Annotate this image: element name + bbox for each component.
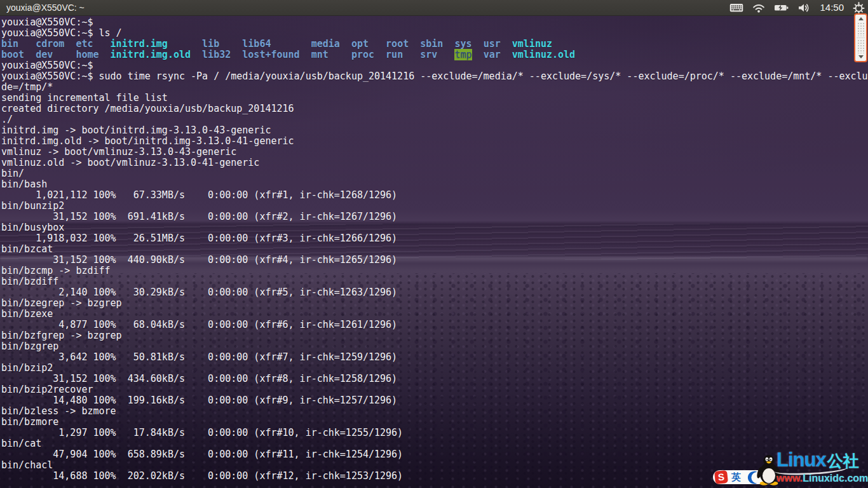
terminal-text-segment	[219, 38, 242, 50]
terminal-text-segment: opt	[351, 38, 369, 50]
terminal-line: youxia@X550VC:~$ sudo time rsync -Pa / /…	[1, 71, 868, 82]
terminal-text-segment: etc	[76, 38, 93, 50]
terminal-line: bin/bzip2recover	[1, 384, 868, 395]
wifi-icon[interactable]	[752, 0, 766, 15]
terminal-line: 1,918,032 100% 26.51MB/s 0:00:00 (xfr#3,…	[1, 233, 868, 244]
terminal-text-segment	[501, 49, 512, 60]
terminal-text-segment: dev	[36, 49, 53, 60]
terminal-line: bin/bzcat	[1, 244, 868, 255]
terminal-text-segment: vmlinuz.old	[512, 49, 575, 60]
terminal-line: vmlinuz -> boot/vmlinuz-3.13.0-43-generi…	[1, 147, 868, 158]
terminal-line: bin/bzfgrep -> bzgrep	[1, 330, 868, 341]
badge-cn-label: 英	[731, 471, 741, 483]
terminal-text-segment: boot	[1, 49, 24, 60]
terminal-text-segment	[374, 49, 386, 60]
url-site-part: Linuxidc.com	[803, 473, 868, 484]
terminal-line: bin/bzdiff	[1, 276, 868, 287]
terminal-text-segment: initrd.img.old	[111, 49, 191, 60]
terminal-text-segment	[18, 38, 36, 50]
clock[interactable]: 14:50	[820, 0, 844, 15]
terminal-line: bin/bunzip2	[1, 201, 868, 212]
terminal-text-segment: home	[76, 49, 98, 60]
scrollbar-thumb[interactable]	[854, 13, 867, 62]
terminal-line: youxia@X550VC:~$	[1, 17, 868, 28]
terminal-line: bin/bzexe	[1, 309, 868, 320]
terminal-text-segment: tmp	[454, 49, 471, 60]
scrollbar-grip-top[interactable]	[857, 22, 864, 36]
terminal-text-segment	[53, 49, 76, 60]
terminal-text-segment	[472, 38, 484, 50]
terminal-line: initrd.img.old -> boot/initrd.img-3.13.0…	[1, 136, 868, 147]
terminal-line: 4,877 100% 68.04kB/s 0:00:00 (xfr#6, ir-…	[1, 320, 868, 330]
terminal-line: bin/	[1, 168, 868, 179]
battery-charging-icon[interactable]	[774, 0, 789, 15]
watermark-url: www.Linuxidc.com	[776, 473, 868, 484]
scroll-up-arrow-icon[interactable]	[858, 17, 864, 20]
brand-linux-text: Linux	[776, 449, 826, 471]
terminal-text-segment: bin	[1, 38, 18, 50]
terminal-line: bin/bzmore	[1, 417, 868, 428]
terminal-line: 31,152 100% 691.41kB/s 0:00:00 (xfr#2, i…	[1, 212, 868, 222]
terminal-text-segment: cdrom	[36, 38, 64, 50]
url-www-part: www.	[776, 473, 803, 484]
terminal-text-segment: var	[484, 49, 501, 60]
terminal-text-segment	[168, 38, 202, 50]
scrollbar-grip-bottom[interactable]	[857, 39, 864, 53]
terminal-output[interactable]: youxia@X550VC:~$youxia@X550VC:~$ ls /bin…	[1, 17, 868, 482]
volume-icon[interactable]	[797, 0, 811, 15]
terminal-line: bin/bzgrep	[1, 341, 868, 352]
keyboard-indicator-icon[interactable]	[729, 0, 743, 15]
terminal-text-segment	[93, 38, 111, 50]
terminal-line: boot dev home initrd.img.old lib32 lost+…	[1, 50, 868, 60]
brand-cn-text: 公社	[827, 451, 859, 471]
terminal-text-segment	[231, 49, 242, 60]
terminal-text-segment	[271, 38, 311, 50]
top-panel: youxia@X550VC: ~	[0, 0, 868, 16]
terminal-text-segment: usr	[484, 38, 501, 50]
terminal-line: bin/bzless -> bzmore	[1, 406, 868, 417]
terminal-line: 1,297 100% 17.84kB/s 0:00:00 (xfr#10, ir…	[1, 428, 868, 438]
terminal-text-segment: sys	[454, 38, 471, 50]
terminal-text-segment	[472, 49, 484, 60]
terminal-text-segment: media	[311, 38, 340, 50]
terminal-text-segment: mnt	[311, 49, 329, 60]
s-logo-badge: S	[714, 470, 728, 484]
terminal-line: bin/bash	[1, 179, 868, 190]
terminal-line: created directory /media/youxia/usb/back…	[1, 104, 868, 114]
terminal-line: youxia@X550VC:~$ ls /	[1, 28, 868, 39]
terminal-text-segment	[501, 38, 512, 50]
terminal-line: bin/bzcmp -> bzdiff	[1, 266, 868, 276]
terminal-line: 31,152 100% 434.60kB/s 0:00:00 (xfr#8, i…	[1, 374, 868, 384]
terminal-text-segment	[403, 49, 420, 60]
terminal-line: vmlinuz.old -> boot/vmlinuz-3.13.0-41-ge…	[1, 158, 868, 168]
watermark-brand: Linux 公社	[776, 449, 859, 471]
terminal-text-segment: initrd.img	[111, 38, 168, 50]
terminal-text-segment	[99, 49, 111, 60]
desktop: youxia@X550VC:~$youxia@X550VC:~$ ls /bin…	[0, 0, 868, 488]
scrollbar-divider	[857, 37, 865, 38]
terminal-line: initrd.img -> boot/initrd.img-3.13.0-43-…	[1, 125, 868, 136]
terminal-text-segment: vmlinuz	[512, 38, 552, 50]
terminal-text-segment	[369, 38, 386, 50]
terminal-line: youxia@X550VC:~$	[1, 60, 868, 71]
terminal-text-segment: sbin	[420, 38, 443, 50]
terminal-text-segment	[409, 38, 420, 50]
scroll-down-arrow-icon[interactable]	[858, 55, 864, 58]
system-tray: 14:50	[729, 0, 865, 15]
terminal-text-segment: root	[386, 38, 409, 50]
terminal-line: 3,642 100% 50.81kB/s 0:00:00 (xfr#7, ir-…	[1, 352, 868, 363]
terminal-text-segment	[24, 49, 36, 60]
terminal-text-segment	[340, 38, 351, 50]
terminal-line: bin/bzegrep -> bzgrep	[1, 298, 868, 309]
terminal-text-segment	[300, 49, 311, 60]
terminal-line: 2,140 100% 30.29kB/s 0:00:00 (xfr#5, ir-…	[1, 287, 868, 298]
terminal-line: 1,021,112 100% 67.33MB/s 0:00:00 (xfr#1,…	[1, 190, 868, 201]
terminal-text-segment: lib64	[242, 38, 271, 50]
terminal-line: ./	[1, 114, 868, 125]
terminal-line: bin/bzip2	[1, 363, 868, 374]
terminal-text-segment	[329, 49, 351, 60]
terminal-text-segment: lib	[202, 38, 219, 50]
terminal-text-segment: srv	[420, 49, 437, 60]
linuxidc-watermark: S 英	[702, 441, 868, 488]
terminal-line: 14,480 100% 199.16kB/s 0:00:00 (xfr#9, i…	[1, 395, 868, 406]
